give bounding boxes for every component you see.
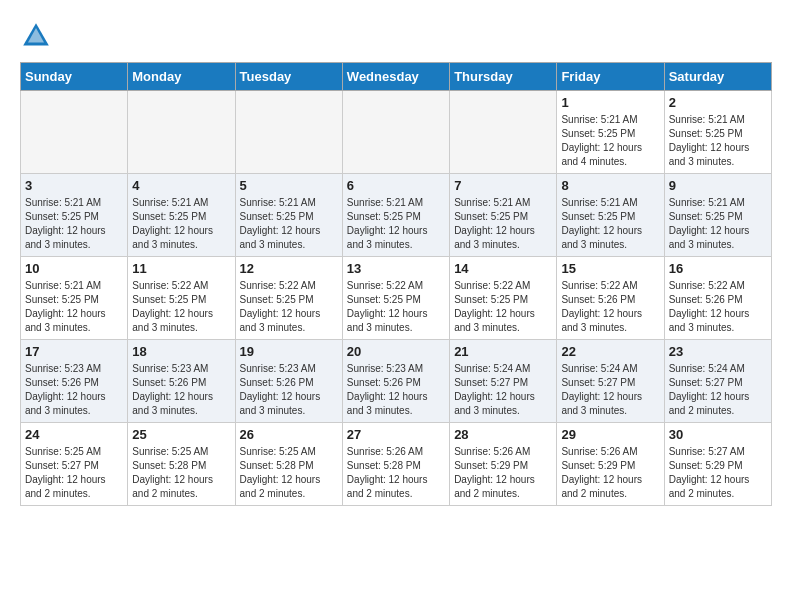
day-number: 24 bbox=[25, 427, 123, 442]
day-number: 19 bbox=[240, 344, 338, 359]
week-row-5: 24Sunrise: 5:25 AM Sunset: 5:27 PM Dayli… bbox=[21, 423, 772, 506]
logo-icon bbox=[20, 20, 52, 52]
calendar-cell bbox=[128, 91, 235, 174]
calendar-cell: 18Sunrise: 5:23 AM Sunset: 5:26 PM Dayli… bbox=[128, 340, 235, 423]
calendar-cell: 19Sunrise: 5:23 AM Sunset: 5:26 PM Dayli… bbox=[235, 340, 342, 423]
day-info: Sunrise: 5:21 AM Sunset: 5:25 PM Dayligh… bbox=[561, 196, 659, 252]
day-number: 25 bbox=[132, 427, 230, 442]
calendar-table: SundayMondayTuesdayWednesdayThursdayFrid… bbox=[20, 62, 772, 506]
weekday-sunday: Sunday bbox=[21, 63, 128, 91]
calendar-cell: 10Sunrise: 5:21 AM Sunset: 5:25 PM Dayli… bbox=[21, 257, 128, 340]
day-info: Sunrise: 5:21 AM Sunset: 5:25 PM Dayligh… bbox=[25, 279, 123, 335]
day-number: 29 bbox=[561, 427, 659, 442]
logo bbox=[20, 20, 56, 52]
weekday-monday: Monday bbox=[128, 63, 235, 91]
day-info: Sunrise: 5:23 AM Sunset: 5:26 PM Dayligh… bbox=[132, 362, 230, 418]
day-number: 21 bbox=[454, 344, 552, 359]
day-number: 8 bbox=[561, 178, 659, 193]
calendar-body: 1Sunrise: 5:21 AM Sunset: 5:25 PM Daylig… bbox=[21, 91, 772, 506]
day-number: 17 bbox=[25, 344, 123, 359]
day-number: 6 bbox=[347, 178, 445, 193]
day-number: 13 bbox=[347, 261, 445, 276]
calendar-cell: 15Sunrise: 5:22 AM Sunset: 5:26 PM Dayli… bbox=[557, 257, 664, 340]
weekday-saturday: Saturday bbox=[664, 63, 771, 91]
week-row-1: 1Sunrise: 5:21 AM Sunset: 5:25 PM Daylig… bbox=[21, 91, 772, 174]
day-number: 23 bbox=[669, 344, 767, 359]
calendar-cell bbox=[450, 91, 557, 174]
calendar-cell: 14Sunrise: 5:22 AM Sunset: 5:25 PM Dayli… bbox=[450, 257, 557, 340]
day-info: Sunrise: 5:26 AM Sunset: 5:29 PM Dayligh… bbox=[454, 445, 552, 501]
calendar-cell: 7Sunrise: 5:21 AM Sunset: 5:25 PM Daylig… bbox=[450, 174, 557, 257]
weekday-thursday: Thursday bbox=[450, 63, 557, 91]
calendar-cell: 17Sunrise: 5:23 AM Sunset: 5:26 PM Dayli… bbox=[21, 340, 128, 423]
day-info: Sunrise: 5:21 AM Sunset: 5:25 PM Dayligh… bbox=[132, 196, 230, 252]
day-number: 16 bbox=[669, 261, 767, 276]
calendar-cell: 2Sunrise: 5:21 AM Sunset: 5:25 PM Daylig… bbox=[664, 91, 771, 174]
day-number: 28 bbox=[454, 427, 552, 442]
day-number: 3 bbox=[25, 178, 123, 193]
calendar-cell: 22Sunrise: 5:24 AM Sunset: 5:27 PM Dayli… bbox=[557, 340, 664, 423]
day-number: 10 bbox=[25, 261, 123, 276]
calendar-cell: 21Sunrise: 5:24 AM Sunset: 5:27 PM Dayli… bbox=[450, 340, 557, 423]
calendar-cell: 30Sunrise: 5:27 AM Sunset: 5:29 PM Dayli… bbox=[664, 423, 771, 506]
week-row-4: 17Sunrise: 5:23 AM Sunset: 5:26 PM Dayli… bbox=[21, 340, 772, 423]
day-info: Sunrise: 5:27 AM Sunset: 5:29 PM Dayligh… bbox=[669, 445, 767, 501]
day-info: Sunrise: 5:23 AM Sunset: 5:26 PM Dayligh… bbox=[25, 362, 123, 418]
day-number: 26 bbox=[240, 427, 338, 442]
week-row-2: 3Sunrise: 5:21 AM Sunset: 5:25 PM Daylig… bbox=[21, 174, 772, 257]
weekday-tuesday: Tuesday bbox=[235, 63, 342, 91]
day-info: Sunrise: 5:21 AM Sunset: 5:25 PM Dayligh… bbox=[561, 113, 659, 169]
calendar-cell: 27Sunrise: 5:26 AM Sunset: 5:28 PM Dayli… bbox=[342, 423, 449, 506]
page-header bbox=[20, 20, 772, 52]
day-info: Sunrise: 5:24 AM Sunset: 5:27 PM Dayligh… bbox=[454, 362, 552, 418]
day-info: Sunrise: 5:25 AM Sunset: 5:28 PM Dayligh… bbox=[132, 445, 230, 501]
calendar-cell: 6Sunrise: 5:21 AM Sunset: 5:25 PM Daylig… bbox=[342, 174, 449, 257]
day-info: Sunrise: 5:25 AM Sunset: 5:28 PM Dayligh… bbox=[240, 445, 338, 501]
day-info: Sunrise: 5:21 AM Sunset: 5:25 PM Dayligh… bbox=[669, 196, 767, 252]
day-info: Sunrise: 5:22 AM Sunset: 5:26 PM Dayligh… bbox=[669, 279, 767, 335]
day-info: Sunrise: 5:22 AM Sunset: 5:25 PM Dayligh… bbox=[132, 279, 230, 335]
calendar-cell: 11Sunrise: 5:22 AM Sunset: 5:25 PM Dayli… bbox=[128, 257, 235, 340]
calendar-cell bbox=[342, 91, 449, 174]
day-info: Sunrise: 5:22 AM Sunset: 5:25 PM Dayligh… bbox=[240, 279, 338, 335]
calendar-cell: 23Sunrise: 5:24 AM Sunset: 5:27 PM Dayli… bbox=[664, 340, 771, 423]
day-number: 12 bbox=[240, 261, 338, 276]
day-number: 30 bbox=[669, 427, 767, 442]
calendar-cell: 24Sunrise: 5:25 AM Sunset: 5:27 PM Dayli… bbox=[21, 423, 128, 506]
calendar-cell bbox=[21, 91, 128, 174]
day-info: Sunrise: 5:24 AM Sunset: 5:27 PM Dayligh… bbox=[669, 362, 767, 418]
calendar-cell: 25Sunrise: 5:25 AM Sunset: 5:28 PM Dayli… bbox=[128, 423, 235, 506]
day-number: 18 bbox=[132, 344, 230, 359]
calendar-cell: 3Sunrise: 5:21 AM Sunset: 5:25 PM Daylig… bbox=[21, 174, 128, 257]
calendar-cell: 12Sunrise: 5:22 AM Sunset: 5:25 PM Dayli… bbox=[235, 257, 342, 340]
calendar-cell: 4Sunrise: 5:21 AM Sunset: 5:25 PM Daylig… bbox=[128, 174, 235, 257]
calendar-cell: 9Sunrise: 5:21 AM Sunset: 5:25 PM Daylig… bbox=[664, 174, 771, 257]
day-number: 15 bbox=[561, 261, 659, 276]
day-info: Sunrise: 5:21 AM Sunset: 5:25 PM Dayligh… bbox=[454, 196, 552, 252]
day-info: Sunrise: 5:21 AM Sunset: 5:25 PM Dayligh… bbox=[347, 196, 445, 252]
day-number: 9 bbox=[669, 178, 767, 193]
calendar-cell: 8Sunrise: 5:21 AM Sunset: 5:25 PM Daylig… bbox=[557, 174, 664, 257]
week-row-3: 10Sunrise: 5:21 AM Sunset: 5:25 PM Dayli… bbox=[21, 257, 772, 340]
day-number: 5 bbox=[240, 178, 338, 193]
calendar-cell: 13Sunrise: 5:22 AM Sunset: 5:25 PM Dayli… bbox=[342, 257, 449, 340]
day-info: Sunrise: 5:22 AM Sunset: 5:25 PM Dayligh… bbox=[454, 279, 552, 335]
weekday-friday: Friday bbox=[557, 63, 664, 91]
day-info: Sunrise: 5:23 AM Sunset: 5:26 PM Dayligh… bbox=[347, 362, 445, 418]
day-info: Sunrise: 5:22 AM Sunset: 5:26 PM Dayligh… bbox=[561, 279, 659, 335]
day-info: Sunrise: 5:23 AM Sunset: 5:26 PM Dayligh… bbox=[240, 362, 338, 418]
day-info: Sunrise: 5:21 AM Sunset: 5:25 PM Dayligh… bbox=[669, 113, 767, 169]
day-info: Sunrise: 5:26 AM Sunset: 5:29 PM Dayligh… bbox=[561, 445, 659, 501]
day-number: 27 bbox=[347, 427, 445, 442]
calendar-cell: 29Sunrise: 5:26 AM Sunset: 5:29 PM Dayli… bbox=[557, 423, 664, 506]
day-number: 4 bbox=[132, 178, 230, 193]
day-info: Sunrise: 5:21 AM Sunset: 5:25 PM Dayligh… bbox=[25, 196, 123, 252]
day-info: Sunrise: 5:21 AM Sunset: 5:25 PM Dayligh… bbox=[240, 196, 338, 252]
day-number: 2 bbox=[669, 95, 767, 110]
day-number: 1 bbox=[561, 95, 659, 110]
day-number: 11 bbox=[132, 261, 230, 276]
calendar-cell: 16Sunrise: 5:22 AM Sunset: 5:26 PM Dayli… bbox=[664, 257, 771, 340]
day-info: Sunrise: 5:25 AM Sunset: 5:27 PM Dayligh… bbox=[25, 445, 123, 501]
calendar-cell bbox=[235, 91, 342, 174]
day-info: Sunrise: 5:22 AM Sunset: 5:25 PM Dayligh… bbox=[347, 279, 445, 335]
